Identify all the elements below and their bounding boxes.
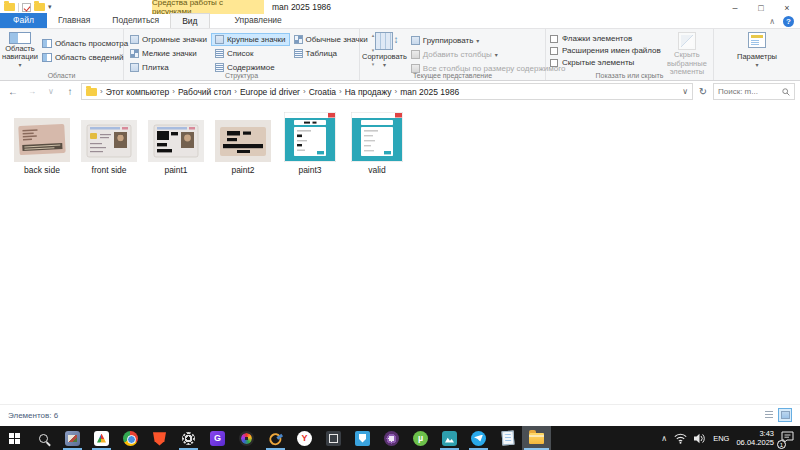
breadcrumb-current-folder[interactable]: man 2025 1986	[400, 87, 459, 97]
close-button[interactable]: ×	[774, 0, 800, 15]
minimize-button[interactable]: –	[722, 0, 748, 15]
wifi-icon[interactable]	[674, 433, 687, 444]
hidden-items-row[interactable]: Скрытые элементы	[548, 57, 663, 68]
media-app-icon	[94, 431, 109, 446]
forward-button[interactable]: →	[24, 84, 40, 100]
file-paint2[interactable]: paint2	[211, 110, 275, 175]
taskbar-notes[interactable]	[493, 426, 522, 450]
taskbar-brave[interactable]	[145, 426, 174, 450]
utorrent-icon: µ	[413, 431, 428, 446]
hidden-items-checkbox[interactable]	[550, 59, 558, 67]
list-button[interactable]: Список	[211, 47, 290, 60]
taskbar-clock-app[interactable]	[319, 426, 348, 450]
photo-viewer-icon	[65, 431, 80, 446]
item-checkboxes-row[interactable]: Флажки элементов	[548, 33, 663, 44]
maximize-button[interactable]: □	[748, 0, 774, 15]
sort-by-icon	[375, 32, 393, 50]
back-button[interactable]: ←	[5, 84, 21, 100]
tab-file[interactable]: Файл	[0, 13, 47, 28]
taskbar-utorrent[interactable]: µ	[406, 426, 435, 450]
file-name: paint1	[164, 165, 187, 175]
preview-pane-button[interactable]: Область просмотра	[38, 37, 132, 50]
tab-view[interactable]: Вид	[170, 13, 209, 28]
color-wheel-icon	[239, 431, 254, 446]
file-extensions-row[interactable]: Расширения имен файлов	[548, 45, 663, 56]
hide-selected-button[interactable]: Скрыть выбранные элементы	[663, 31, 711, 69]
small-icons-button[interactable]: Мелкие значки	[126, 47, 211, 60]
file-front-side[interactable]: front side	[77, 110, 141, 175]
large-icons-icon	[215, 35, 224, 44]
volume-icon[interactable]	[694, 433, 706, 444]
tab-share[interactable]: Поделиться	[101, 13, 170, 28]
file-paint1[interactable]: paint1	[144, 110, 208, 175]
search-input[interactable]: Поиск: m...	[713, 83, 795, 100]
qat-customize-caret-icon[interactable]: ▾	[48, 0, 52, 14]
file-back-side[interactable]: back side	[10, 110, 74, 175]
refresh-button[interactable]: ↻	[696, 84, 710, 100]
address-dropdown-icon[interactable]: ∨	[682, 87, 688, 96]
navigation-pane-button[interactable]: Область навигации ▾	[2, 31, 38, 69]
extra-large-icons-button[interactable]: Огромные значки	[126, 33, 211, 46]
taskbar-color-app[interactable]	[232, 426, 261, 450]
thumbnail-view-toggle[interactable]	[778, 408, 792, 422]
chevron-down-icon: ▾	[18, 62, 21, 69]
large-icons-button[interactable]: Крупные значки	[211, 33, 290, 46]
taskbar-key-app[interactable]	[261, 426, 290, 450]
shield-icon	[355, 431, 370, 446]
file-paint3[interactable]: paint3	[278, 110, 342, 175]
notification-badge: 1	[777, 440, 786, 449]
help-icon[interactable]: ?	[783, 16, 794, 27]
language-indicator[interactable]: ENG	[713, 434, 729, 443]
taskbar-search-button[interactable]	[29, 426, 58, 450]
tray-expand-icon[interactable]: ∧	[661, 434, 667, 443]
breadcrumb-croatia[interactable]: Croatia	[309, 87, 336, 97]
breadcrumb-for-sale[interactable]: На продажу	[345, 87, 392, 97]
collapse-ribbon-icon[interactable]: ∧	[769, 17, 775, 26]
properties-icon[interactable]	[22, 3, 31, 12]
tab-manage[interactable]: Управление	[224, 13, 293, 28]
breadcrumb-separator: ›	[171, 87, 176, 96]
notification-center-button[interactable]: 1	[781, 429, 794, 447]
taskbar-file-explorer[interactable]	[522, 426, 551, 450]
group-options: Параметры ▾	[714, 29, 800, 80]
group-by-button[interactable]: Группировать ▾	[407, 34, 570, 47]
details-view-toggle[interactable]	[762, 408, 776, 422]
up-button[interactable]: ↑	[62, 84, 78, 100]
group-current-view: Сортировать ▾ Группировать ▾ Добавить ст…	[360, 29, 546, 80]
tab-home[interactable]: Главная	[47, 13, 101, 28]
taskbar-photo-viewer[interactable]	[58, 426, 87, 450]
file-explorer-icon	[529, 433, 544, 444]
brave-icon	[153, 431, 166, 446]
new-folder-icon[interactable]	[34, 3, 45, 11]
recent-locations-button[interactable]: ∨	[43, 84, 59, 100]
taskbar-media-app[interactable]	[87, 426, 116, 450]
small-icons-icon	[130, 49, 139, 58]
add-columns-button[interactable]: Добавить столбцы ▾	[407, 48, 570, 61]
group-label: Структура	[124, 72, 359, 79]
item-checkboxes-checkbox[interactable]	[550, 35, 558, 43]
file-extensions-checkbox[interactable]	[550, 47, 558, 55]
breadcrumb-europe-id-driver[interactable]: Europe id driver	[240, 87, 300, 97]
taskbar-telegram[interactable]	[464, 426, 493, 450]
start-button[interactable]	[0, 426, 29, 450]
breadcrumb-this-pc[interactable]: Этот компьютер	[106, 87, 170, 97]
taskbar-chrome[interactable]	[116, 426, 145, 450]
options-button[interactable]: Параметры ▾	[734, 31, 780, 69]
add-columns-icon	[411, 50, 420, 59]
clock[interactable]: 3:43 06.04.2025	[736, 429, 774, 448]
taskbar-yandex[interactable]: Y	[290, 426, 319, 450]
taskbar-settings[interactable]	[174, 426, 203, 450]
taskbar-gallery[interactable]	[435, 426, 464, 450]
taskbar-shield-app[interactable]	[348, 426, 377, 450]
taskbar-tor[interactable]	[377, 426, 406, 450]
taskbar-g-app[interactable]: G	[203, 426, 232, 450]
breadcrumb-desktop[interactable]: Рабочий стол	[178, 87, 231, 97]
file-valid[interactable]: valid	[345, 110, 409, 175]
separator	[18, 3, 19, 12]
sort-by-button[interactable]: Сортировать ▾	[362, 31, 407, 69]
details-pane-button[interactable]: Область сведений	[38, 51, 132, 64]
explorer-app-icon[interactable]	[4, 3, 15, 11]
titlebar: ▾ Средства работы с рисунками man 2025 1…	[0, 0, 800, 14]
address-bar[interactable]: › Этот компьютер › Рабочий стол › Europe…	[81, 83, 693, 100]
thumbnail-paint3	[284, 110, 336, 162]
